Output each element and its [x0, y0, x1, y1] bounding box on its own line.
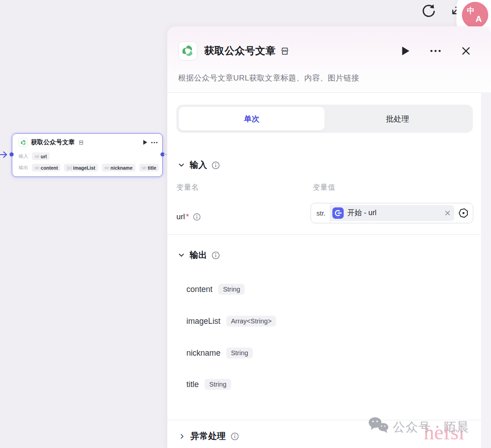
chevron-down-icon [177, 161, 185, 169]
node-more-icon[interactable] [151, 141, 158, 144]
value-type-label[interactable]: str. [311, 209, 330, 217]
input-section-title: 输入 [190, 159, 207, 171]
node-input-label: 输入 [19, 153, 28, 160]
node-output-chip: strcontent [32, 164, 60, 171]
input-param-name: url* [176, 206, 201, 227]
workflow-node-card[interactable]: 获取公众号文章 输入 strurl 输出 strcontent [x]image… [12, 133, 163, 177]
exception-section-title: 异常处理 [190, 430, 226, 442]
wechat-icon [367, 416, 391, 437]
output-param-name: imageList [186, 317, 220, 326]
output-param-type: String [218, 284, 245, 295]
node-output-chip: strtitle [139, 164, 159, 171]
run-button[interactable] [401, 46, 410, 56]
more-button[interactable] [430, 50, 441, 52]
remove-reference-icon[interactable] [445, 210, 451, 216]
exception-section-header[interactable]: 异常处理 [178, 428, 239, 444]
output-param-name: nickname [186, 348, 220, 358]
divider [167, 92, 481, 93]
column-variable-name: 变量名 [176, 183, 199, 192]
info-icon [211, 161, 220, 170]
node-title: 获取公众号文章 [31, 138, 75, 146]
required-asterisk: * [186, 212, 189, 221]
output-param-type: String [205, 379, 231, 390]
output-param-row: nickname String [186, 346, 253, 360]
store-icon [280, 46, 290, 56]
edge-stub [164, 154, 167, 155]
run-mode-tabs: 单次 批处理 [176, 105, 473, 133]
output-param-type: Array<String> [226, 316, 276, 327]
start-node-icon [332, 207, 344, 219]
info-icon [230, 432, 239, 441]
input-value-field[interactable]: str. 开始 - url [311, 203, 473, 223]
node-config-panel: 获取公众号文章 根据公众号文章URL获取文章标题、内容、图片链接 单次 批处理 [167, 26, 491, 448]
reference-label: 开始 - url [347, 208, 441, 218]
info-icon [211, 251, 220, 260]
translate-icon[interactable]: 中 A [462, 2, 488, 28]
panel-title: 获取公众号文章 [204, 44, 276, 58]
expression-heptagon-icon[interactable] [458, 207, 469, 219]
node-input-chip: strurl [32, 152, 50, 160]
output-param-name: content [186, 285, 212, 294]
info-icon [193, 213, 201, 221]
node-run-icon[interactable] [143, 140, 148, 145]
node-output-chip: strnickname [102, 164, 135, 171]
plugin-logo [19, 138, 28, 147]
column-variable-value: 变量值 [313, 183, 336, 192]
tab-batch[interactable]: 批处理 [325, 107, 471, 131]
output-section-header[interactable]: 输出 [177, 248, 220, 262]
node-output-label: 输出 [19, 165, 28, 171]
output-param-row: content String [186, 282, 245, 297]
translate-en-glyph: A [476, 14, 482, 24]
output-param-name: title [186, 380, 199, 389]
chevron-down-icon [177, 251, 185, 259]
output-section-title: 输出 [190, 249, 207, 261]
close-button[interactable] [461, 46, 471, 56]
output-param-row: imageList Array<String> [186, 314, 276, 328]
panel-description: 根据公众号文章URL获取文章标题、内容、图片链接 [178, 73, 359, 83]
node-input-port[interactable] [10, 152, 14, 156]
plugin-logo [178, 41, 197, 60]
node-output-chip: [x]imageList [64, 164, 98, 171]
divider [167, 234, 481, 235]
chevron-right-icon [178, 433, 186, 440]
store-icon [78, 140, 84, 146]
variable-reference-chip[interactable]: 开始 - url [331, 205, 454, 221]
translate-zh-glyph: 中 [467, 5, 475, 16]
refresh-icon[interactable] [420, 2, 437, 19]
tab-single[interactable]: 单次 [179, 107, 325, 131]
watermark-account-text: 公众号・陌晨 [393, 419, 469, 435]
output-param-row: title String [186, 377, 231, 392]
output-param-type: String [226, 347, 253, 358]
input-section-header[interactable]: 输入 [177, 158, 220, 172]
